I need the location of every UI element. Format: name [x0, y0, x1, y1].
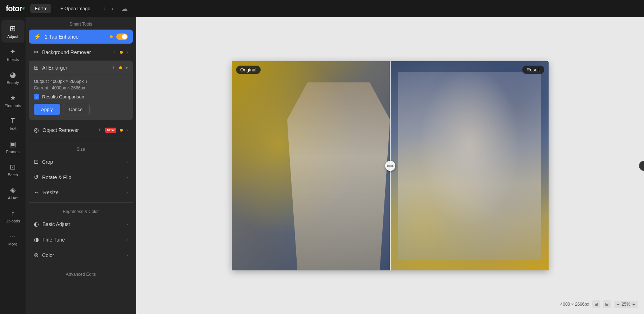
main-layout: ⊞ Adjust ✦ Effects ◕ Beauty ★ Elements T…: [0, 17, 644, 314]
edit-button[interactable]: Edit ▾: [30, 4, 51, 13]
image-dimensions: 4000 × 2666px: [560, 302, 589, 307]
chevron-right-icon: ›: [126, 175, 128, 180]
results-comparison-label: Results Comparison: [42, 94, 84, 99]
info-icon: ℹ: [113, 66, 114, 70]
resize-icon: ↔: [34, 189, 40, 196]
sidebar-item-label: More: [8, 242, 17, 246]
status-dot: [110, 35, 113, 38]
tool-background-remover[interactable]: ✂ Background Remover ℹ ›: [29, 45, 133, 59]
sidebar-item-beauty[interactable]: ◕ Beauty: [1, 66, 24, 89]
tool-one-tap-enhance[interactable]: ⚡ 1-Tap Enhance: [29, 30, 133, 44]
sidebar-item-label: Elements: [5, 103, 21, 108]
apply-button[interactable]: Apply: [34, 104, 60, 115]
beauty-icon: ◕: [10, 70, 16, 79]
divider: [29, 140, 133, 140]
elements-icon: ★: [10, 93, 16, 102]
tool-label: Crop: [42, 159, 123, 165]
original-label: Original: [236, 66, 261, 74]
sidebar-item-label: Frames: [6, 150, 19, 154]
chevron-right-icon: ›: [126, 128, 128, 133]
current-info: Current : 4000px × 2666px: [34, 85, 128, 90]
sidebar-item-label: Text: [9, 126, 16, 131]
frames-icon: ▣: [9, 140, 16, 148]
sidebar-item-text[interactable]: T Text: [1, 112, 24, 135]
svg-point-3: [311, 117, 340, 150]
open-image-button[interactable]: + Open Image: [57, 4, 94, 13]
zoom-out-button[interactable]: −: [616, 301, 620, 307]
svg-point-6: [390, 169, 477, 270]
canvas-area: ‹ Original Result: [136, 17, 644, 314]
tool-label: Color: [42, 252, 123, 258]
sidebar-item-elements[interactable]: ★ Elements: [1, 89, 24, 112]
tool-fine-tune[interactable]: ◑ Fine Tune ›: [29, 233, 133, 247]
sidebar-item-ai-art[interactable]: ◈ AI Art: [1, 182, 24, 204]
zoom-in-button[interactable]: +: [632, 301, 636, 307]
action-buttons: Apply Cancel: [34, 104, 128, 115]
sidebar-item-adjust[interactable]: ⊞ Adjust: [1, 20, 24, 43]
split-view-button[interactable]: ⊟: [603, 300, 611, 308]
batch-icon: ⊡: [10, 163, 16, 171]
chevron-right-icon: ›: [126, 237, 128, 242]
results-comparison-checkbox[interactable]: ✓: [34, 94, 39, 99]
effects-icon: ✦: [10, 47, 16, 56]
bg-remover-icon: ✂: [34, 49, 39, 56]
status-dot: [119, 66, 122, 69]
smart-tools-label: Smart Tools: [26, 17, 136, 29]
tool-color[interactable]: ⊛ Color ›: [29, 248, 133, 262]
tool-label: Object Remover: [42, 127, 95, 133]
adjust-icon: ⊞: [10, 24, 16, 33]
tools-panel: Smart Tools ⚡ 1-Tap Enhance ✂ Background…: [26, 17, 136, 314]
status-dot: [120, 51, 123, 54]
tool-label: 1-Tap Enhance: [45, 34, 106, 40]
result-label: Result: [522, 66, 544, 74]
svg-point-8: [457, 115, 482, 145]
toggle-switch[interactable]: [116, 34, 128, 40]
sidebar-item-effects[interactable]: ✦ Effects: [1, 43, 24, 66]
status-dot: [120, 129, 123, 132]
basic-adjust-icon: ◐: [34, 221, 39, 227]
sidebar-item-batch[interactable]: ⊡ Batch: [1, 159, 24, 181]
sidebar-item-label: Effects: [7, 57, 19, 62]
topbar: fotor® Edit ▾ + Open Image ‹ › ☁: [0, 0, 644, 17]
tool-rotate-flip[interactable]: ↺ Rotate & Flip ›: [29, 170, 133, 184]
svg-point-9: [464, 131, 471, 134]
sidebar: ⊞ Adjust ✦ Effects ◕ Beauty ★ Elements T…: [0, 17, 26, 314]
divider: [29, 265, 133, 265]
results-comparison: ✓ Results Comparison: [34, 94, 128, 99]
original-svg: [232, 61, 390, 270]
result-svg: [390, 61, 549, 270]
nav-arrows: ‹ ›: [101, 5, 116, 13]
back-button[interactable]: ‹: [101, 5, 107, 13]
more-icon: ···: [10, 232, 16, 240]
divider: [29, 202, 133, 203]
tool-ai-enlarger[interactable]: ⊞ AI Enlarger ℹ ▾: [29, 61, 133, 75]
collapse-panel-button[interactable]: ‹: [639, 161, 644, 171]
logo: fotor®: [6, 4, 24, 13]
sidebar-item-label: Uploads: [5, 219, 20, 223]
tool-basic-adjust[interactable]: ◐ Basic Adjust ›: [29, 217, 133, 231]
new-badge: NEW: [105, 128, 116, 133]
size-label: Size: [26, 142, 136, 154]
tool-resize[interactable]: ↔ Resize ›: [29, 186, 133, 199]
tool-crop[interactable]: ⊡ Crop ›: [29, 155, 133, 169]
split-handle[interactable]: ⟺: [385, 161, 395, 171]
svg-rect-5: [390, 61, 549, 270]
chevron-right-icon: ›: [126, 159, 128, 164]
cancel-button[interactable]: Cancel: [63, 104, 90, 115]
rotate-icon: ↺: [34, 174, 39, 181]
forward-button[interactable]: ›: [109, 5, 116, 13]
zoom-value: 25%: [622, 302, 630, 307]
info-icon: ℹ: [99, 128, 100, 132]
text-icon: T: [11, 117, 15, 125]
tool-object-remover[interactable]: ◎ Object Remover ℹ NEW ›: [29, 123, 133, 137]
sidebar-item-more[interactable]: ··· More: [1, 228, 24, 250]
tool-label: AI Enlarger: [42, 65, 109, 71]
sidebar-item-uploads[interactable]: ↑ Uploads: [1, 205, 24, 227]
brightness-color-label: Brightness & Color: [26, 205, 136, 216]
svg-point-1: [244, 76, 345, 220]
ai-enlarger-panel: Output : 4000px × 2666px ℹ Current : 400…: [29, 75, 133, 120]
fine-tune-icon: ◑: [34, 236, 39, 243]
sidebar-item-frames[interactable]: ▣ Frames: [1, 136, 24, 158]
fit-view-button[interactable]: ⊞: [592, 300, 600, 308]
cloud-button[interactable]: ☁: [121, 5, 128, 13]
